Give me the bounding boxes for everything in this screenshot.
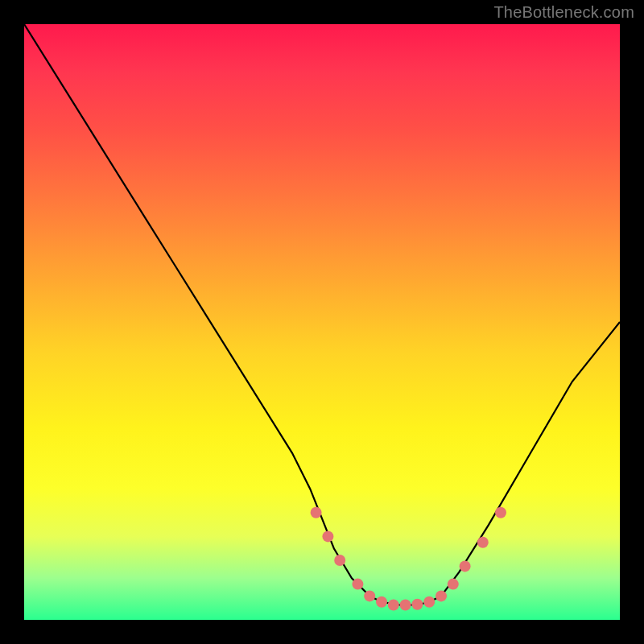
data-point (423, 597, 435, 608)
plot-area (24, 24, 620, 620)
chart-frame: TheBottleneck.com (0, 0, 644, 644)
data-point (495, 507, 506, 518)
data-point (448, 579, 459, 590)
data-point (322, 530, 333, 542)
chart-svg (24, 24, 620, 620)
watermark-text: TheBottleneck.com (493, 3, 634, 22)
data-point (364, 590, 375, 601)
curve-layer (24, 24, 620, 605)
data-point (376, 597, 387, 608)
data-point (352, 579, 363, 590)
marker-layer (311, 507, 506, 611)
data-point (460, 560, 471, 572)
data-point (477, 537, 489, 548)
bottleneck-curve (24, 24, 620, 605)
data-point (400, 600, 411, 611)
data-point (436, 590, 447, 601)
data-point (311, 507, 322, 518)
data-point (388, 600, 399, 611)
data-point (411, 599, 423, 610)
data-point (334, 555, 345, 566)
